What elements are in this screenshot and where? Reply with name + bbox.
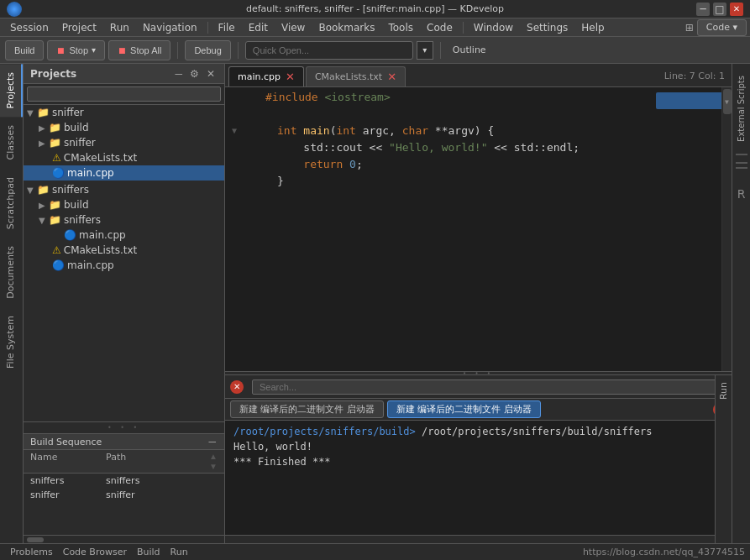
line-num-4	[244, 141, 267, 142]
right-side-marker-3	[736, 167, 747, 169]
tree-item-maincpp2[interactable]: 🔵 main.cpp	[24, 228, 224, 243]
tab-close-maincpp[interactable]: ✕	[286, 71, 295, 82]
menu-window[interactable]: Window	[467, 20, 520, 35]
cpp-file-icon: 🔵	[52, 167, 65, 179]
table-row-1[interactable]: sniffers sniffers	[24, 474, 224, 488]
menu-file[interactable]: File	[212, 20, 242, 35]
run-vertical-label[interactable]: Run	[715, 375, 732, 543]
table-row-2[interactable]: sniffer sniffer	[24, 488, 224, 502]
tree-item-sniffers2[interactable]: ▼ 📁 sniffers	[24, 212, 224, 228]
run-h-scrollbar[interactable]	[225, 535, 732, 543]
line-code-3: int main(int argc, char **argv) {	[277, 124, 494, 137]
maximize-button[interactable]: □	[713, 3, 726, 16]
projects-panel-settings[interactable]: ⚙	[187, 67, 202, 81]
editor-scrollbar[interactable]: ▼	[721, 87, 732, 371]
window-title: default: sniffers, sniffer - [sniffer:ma…	[246, 3, 504, 14]
editor-container: main.cpp ✕ CMakeLists.txt ✕ Line: 7 Col:…	[225, 64, 732, 543]
line-code-6: }	[277, 175, 284, 187]
run-panel-close-btn[interactable]: ✕	[230, 380, 244, 394]
quick-open-dropdown[interactable]: ▾	[417, 41, 433, 60]
build-sequence-minimize[interactable]: ─	[207, 436, 218, 447]
sort-up-btn[interactable]: ▲	[209, 452, 218, 461]
folder-icon: 📁	[37, 107, 50, 118]
menu-code[interactable]: Code	[420, 20, 459, 35]
editor-tab-maincpp[interactable]: main.cpp ✕	[228, 66, 304, 86]
term-path-1: /root/projects/sniffers/build>	[233, 426, 416, 437]
side-tab-documents[interactable]: Documents	[0, 238, 23, 307]
cpp-file-icon: 🔵	[52, 259, 65, 271]
cmake-warning-icon: ⚠	[52, 244, 61, 256]
projects-panel-header: Projects ─ ⚙ ✕	[24, 64, 224, 84]
tree-item-label: build	[64, 199, 89, 211]
terminal-output[interactable]: /root/projects/sniffers/build> /root/pro…	[225, 421, 732, 535]
projects-search-input[interactable]	[27, 86, 221, 102]
code-editor[interactable]: #include <iostream> ▼ int main(int argc,…	[225, 87, 732, 371]
editor-tab-cmake[interactable]: CMakeLists.txt ✕	[306, 66, 406, 86]
table-cell-name-2: sniffer	[30, 489, 106, 500]
right-tab-external-scripts[interactable]: External Scripts	[734, 69, 748, 149]
menu-bookmarks[interactable]: Bookmarks	[312, 20, 381, 35]
h-scrollbar[interactable]	[24, 535, 224, 543]
side-tab-filesystem[interactable]: File System	[0, 307, 23, 377]
menu-navigation[interactable]: Navigation	[136, 20, 204, 35]
tree-item-cmake1[interactable]: ⚠ CMakeLists.txt	[24, 150, 224, 165]
line-code-1: #include <iostream>	[265, 91, 391, 103]
status-code-browser[interactable]: Code Browser	[58, 547, 132, 557]
menu-edit[interactable]: Edit	[242, 20, 275, 35]
projects-panel-close[interactable]: ✕	[204, 67, 218, 81]
stop-button[interactable]: ⏹ Stop ▾	[47, 40, 105, 60]
side-tab-projects[interactable]: Projects	[0, 64, 23, 117]
stop-all-button[interactable]: ⏹ Stop All	[108, 40, 170, 60]
debug-button[interactable]: Debug	[185, 40, 230, 60]
tree-item-maincpp3[interactable]: 🔵 main.cpp	[24, 258, 224, 273]
tree-item-build1[interactable]: ▶ 📁 build	[24, 120, 224, 135]
launch-tabs-bar: 新建 编译后的二进制文件 启动器 新建 编译后的二进制文件 启动器 ✕	[225, 399, 732, 421]
run-search-input[interactable]	[252, 379, 721, 395]
side-tabs-container: Projects Classes Scratchpad Documents Fi…	[0, 64, 24, 543]
tab-label-cmake: CMakeLists.txt	[315, 71, 382, 82]
code-line-2	[225, 107, 732, 124]
menu-project[interactable]: Project	[55, 20, 103, 35]
tree-arrow: ▶	[39, 139, 49, 148]
launch-tab-1[interactable]: 新建 编译后的二进制文件 启动器	[230, 400, 384, 418]
tree-item-sniffers-root[interactable]: ▼ 📁 sniffers	[24, 182, 224, 197]
tree-item-maincpp1[interactable]: 🔵 main.cpp	[24, 165, 224, 181]
tree-item-sniffer1[interactable]: ▶ 📁 sniffer	[24, 135, 224, 150]
grid-icon[interactable]: ⊞	[685, 22, 694, 34]
menu-tools[interactable]: Tools	[381, 20, 420, 35]
tree-item-cmake2[interactable]: ⚠ CMakeLists.txt	[24, 243, 224, 258]
code-highlight-box	[656, 92, 723, 109]
sort-down-btn[interactable]: ▼	[209, 462, 218, 471]
tree-item-label: sniffer	[52, 107, 84, 118]
line-code-4: std::cout << "Hello, world!" << std::end…	[277, 141, 580, 154]
tree-item-sniffer-root[interactable]: ▼ 📁 sniffer	[24, 105, 224, 120]
folder-icon: 📁	[49, 214, 61, 226]
status-run[interactable]: Run	[165, 547, 193, 557]
menu-view[interactable]: View	[275, 20, 312, 35]
tree-item-build2[interactable]: ▶ 📁 build	[24, 197, 224, 212]
menu-help[interactable]: Help	[574, 20, 611, 35]
build-button[interactable]: Build	[5, 40, 44, 60]
side-tab-scratchpad[interactable]: Scratchpad	[0, 169, 23, 238]
tab-close-cmake[interactable]: ✕	[387, 71, 396, 82]
launch-tab-2[interactable]: 新建 编译后的二进制文件 启动器	[387, 400, 541, 418]
status-problems[interactable]: Problems	[5, 547, 58, 557]
line-num-5	[244, 158, 267, 159]
minimize-button[interactable]: ─	[696, 3, 710, 16]
side-tab-classes[interactable]: Classes	[0, 117, 23, 168]
code-menu-btn[interactable]: Code ▾	[697, 19, 747, 36]
close-button[interactable]: ✕	[730, 3, 743, 16]
menubar: Session Project Run Navigation File Edit…	[0, 18, 750, 37]
projects-panel-minimize[interactable]: ─	[172, 67, 185, 81]
quick-open-input[interactable]	[245, 41, 413, 60]
toolbar-separator2	[238, 42, 239, 59]
status-build[interactable]: Build	[132, 547, 165, 557]
right-side-marker-r: R	[737, 187, 746, 201]
table-cell-name-1: sniffers	[30, 475, 106, 486]
menu-run[interactable]: Run	[103, 20, 136, 35]
fold-icon[interactable]: ▼	[232, 124, 244, 135]
menu-session[interactable]: Session	[3, 20, 55, 35]
tree-item-label: build	[64, 122, 89, 133]
right-side-marker-2	[736, 162, 747, 164]
menu-settings[interactable]: Settings	[520, 20, 574, 35]
